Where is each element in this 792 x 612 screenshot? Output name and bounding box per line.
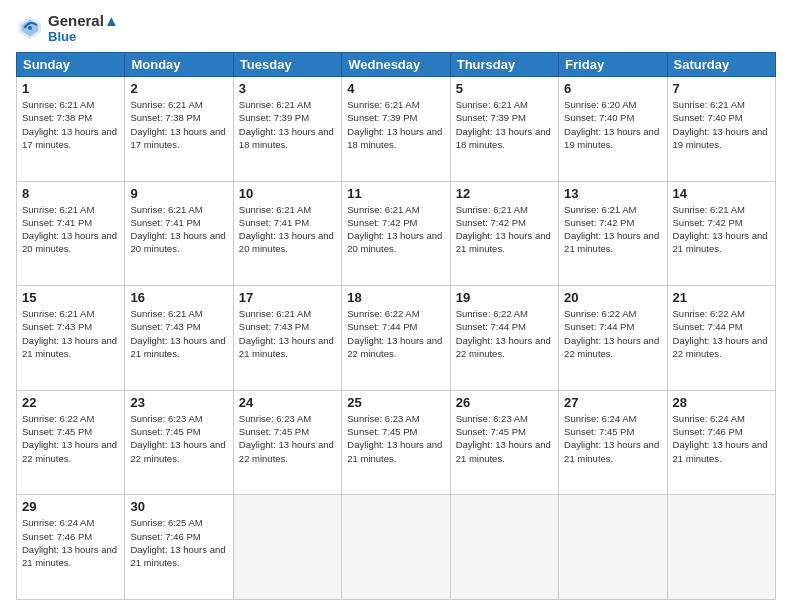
cell-sunset: Sunset: 7:39 PM xyxy=(239,112,309,123)
cell-sunset: Sunset: 7:46 PM xyxy=(130,531,200,542)
calendar-cell xyxy=(559,495,667,600)
cell-sunrise: Sunrise: 6:21 AM xyxy=(239,308,311,319)
day-number: 7 xyxy=(673,81,770,96)
day-number: 4 xyxy=(347,81,444,96)
cell-sunrise: Sunrise: 6:21 AM xyxy=(130,308,202,319)
cell-daylight: Daylight: 13 hours and 22 minutes. xyxy=(673,335,768,359)
calendar-week-row: 29 Sunrise: 6:24 AM Sunset: 7:46 PM Dayl… xyxy=(17,495,776,600)
cell-sunset: Sunset: 7:40 PM xyxy=(564,112,634,123)
calendar-cell xyxy=(450,495,558,600)
cell-sunset: Sunset: 7:42 PM xyxy=(456,217,526,228)
cell-sunrise: Sunrise: 6:24 AM xyxy=(673,413,745,424)
cell-daylight: Daylight: 13 hours and 21 minutes. xyxy=(456,439,551,463)
cell-sunrise: Sunrise: 6:21 AM xyxy=(239,99,311,110)
calendar-cell: 22 Sunrise: 6:22 AM Sunset: 7:45 PM Dayl… xyxy=(17,390,125,495)
cell-daylight: Daylight: 13 hours and 20 minutes. xyxy=(22,230,117,254)
calendar-week-row: 15 Sunrise: 6:21 AM Sunset: 7:43 PM Dayl… xyxy=(17,286,776,391)
calendar-header-row: SundayMondayTuesdayWednesdayThursdayFrid… xyxy=(17,53,776,77)
day-number: 3 xyxy=(239,81,336,96)
cell-daylight: Daylight: 13 hours and 17 minutes. xyxy=(22,126,117,150)
cell-sunrise: Sunrise: 6:23 AM xyxy=(239,413,311,424)
day-number: 28 xyxy=(673,395,770,410)
cell-sunset: Sunset: 7:40 PM xyxy=(673,112,743,123)
day-number: 10 xyxy=(239,186,336,201)
calendar-cell: 7 Sunrise: 6:21 AM Sunset: 7:40 PM Dayli… xyxy=(667,77,775,182)
calendar-cell: 18 Sunrise: 6:22 AM Sunset: 7:44 PM Dayl… xyxy=(342,286,450,391)
cell-sunset: Sunset: 7:44 PM xyxy=(347,321,417,332)
cell-sunset: Sunset: 7:39 PM xyxy=(347,112,417,123)
cell-sunrise: Sunrise: 6:21 AM xyxy=(347,99,419,110)
cell-daylight: Daylight: 13 hours and 18 minutes. xyxy=(456,126,551,150)
cell-sunrise: Sunrise: 6:21 AM xyxy=(347,204,419,215)
cell-sunrise: Sunrise: 6:23 AM xyxy=(130,413,202,424)
day-number: 8 xyxy=(22,186,119,201)
cell-sunset: Sunset: 7:44 PM xyxy=(673,321,743,332)
cell-sunrise: Sunrise: 6:21 AM xyxy=(564,204,636,215)
day-number: 6 xyxy=(564,81,661,96)
cell-daylight: Daylight: 13 hours and 21 minutes. xyxy=(564,230,659,254)
calendar-cell: 30 Sunrise: 6:25 AM Sunset: 7:46 PM Dayl… xyxy=(125,495,233,600)
cell-sunrise: Sunrise: 6:21 AM xyxy=(130,99,202,110)
calendar-day-header: Saturday xyxy=(667,53,775,77)
cell-sunrise: Sunrise: 6:22 AM xyxy=(564,308,636,319)
cell-daylight: Daylight: 13 hours and 21 minutes. xyxy=(673,230,768,254)
day-number: 18 xyxy=(347,290,444,305)
page: General▲ Blue SundayMondayTuesdayWednesd… xyxy=(0,0,792,612)
cell-daylight: Daylight: 13 hours and 21 minutes. xyxy=(130,544,225,568)
calendar-cell: 16 Sunrise: 6:21 AM Sunset: 7:43 PM Dayl… xyxy=(125,286,233,391)
cell-daylight: Daylight: 13 hours and 21 minutes. xyxy=(22,335,117,359)
cell-sunrise: Sunrise: 6:21 AM xyxy=(673,99,745,110)
cell-daylight: Daylight: 13 hours and 21 minutes. xyxy=(347,439,442,463)
logo: General▲ Blue xyxy=(16,12,119,44)
cell-daylight: Daylight: 13 hours and 21 minutes. xyxy=(130,335,225,359)
calendar-cell: 27 Sunrise: 6:24 AM Sunset: 7:45 PM Dayl… xyxy=(559,390,667,495)
calendar-cell: 1 Sunrise: 6:21 AM Sunset: 7:38 PM Dayli… xyxy=(17,77,125,182)
cell-sunset: Sunset: 7:43 PM xyxy=(130,321,200,332)
day-number: 17 xyxy=(239,290,336,305)
cell-daylight: Daylight: 13 hours and 20 minutes. xyxy=(130,230,225,254)
calendar-day-header: Friday xyxy=(559,53,667,77)
calendar-cell: 29 Sunrise: 6:24 AM Sunset: 7:46 PM Dayl… xyxy=(17,495,125,600)
day-number: 16 xyxy=(130,290,227,305)
day-number: 5 xyxy=(456,81,553,96)
day-number: 22 xyxy=(22,395,119,410)
calendar-cell: 24 Sunrise: 6:23 AM Sunset: 7:45 PM Dayl… xyxy=(233,390,341,495)
cell-sunset: Sunset: 7:45 PM xyxy=(130,426,200,437)
cell-sunrise: Sunrise: 6:21 AM xyxy=(239,204,311,215)
cell-daylight: Daylight: 13 hours and 19 minutes. xyxy=(564,126,659,150)
calendar-cell: 8 Sunrise: 6:21 AM Sunset: 7:41 PM Dayli… xyxy=(17,181,125,286)
calendar-cell: 10 Sunrise: 6:21 AM Sunset: 7:41 PM Dayl… xyxy=(233,181,341,286)
cell-sunrise: Sunrise: 6:22 AM xyxy=(673,308,745,319)
calendar-cell: 3 Sunrise: 6:21 AM Sunset: 7:39 PM Dayli… xyxy=(233,77,341,182)
cell-daylight: Daylight: 13 hours and 22 minutes. xyxy=(239,439,334,463)
cell-sunset: Sunset: 7:45 PM xyxy=(564,426,634,437)
calendar-cell: 19 Sunrise: 6:22 AM Sunset: 7:44 PM Dayl… xyxy=(450,286,558,391)
calendar-day-header: Thursday xyxy=(450,53,558,77)
cell-sunrise: Sunrise: 6:24 AM xyxy=(22,517,94,528)
calendar-cell: 9 Sunrise: 6:21 AM Sunset: 7:41 PM Dayli… xyxy=(125,181,233,286)
cell-daylight: Daylight: 13 hours and 21 minutes. xyxy=(564,439,659,463)
day-number: 20 xyxy=(564,290,661,305)
day-number: 23 xyxy=(130,395,227,410)
cell-sunrise: Sunrise: 6:21 AM xyxy=(22,204,94,215)
day-number: 9 xyxy=(130,186,227,201)
cell-sunset: Sunset: 7:46 PM xyxy=(22,531,92,542)
cell-sunset: Sunset: 7:45 PM xyxy=(347,426,417,437)
cell-daylight: Daylight: 13 hours and 22 minutes. xyxy=(347,335,442,359)
calendar-cell: 5 Sunrise: 6:21 AM Sunset: 7:39 PM Dayli… xyxy=(450,77,558,182)
cell-sunrise: Sunrise: 6:21 AM xyxy=(456,204,528,215)
calendar-cell xyxy=(233,495,341,600)
day-number: 29 xyxy=(22,499,119,514)
day-number: 26 xyxy=(456,395,553,410)
cell-sunset: Sunset: 7:45 PM xyxy=(456,426,526,437)
cell-sunrise: Sunrise: 6:21 AM xyxy=(456,99,528,110)
calendar-week-row: 1 Sunrise: 6:21 AM Sunset: 7:38 PM Dayli… xyxy=(17,77,776,182)
calendar-cell: 4 Sunrise: 6:21 AM Sunset: 7:39 PM Dayli… xyxy=(342,77,450,182)
cell-sunset: Sunset: 7:38 PM xyxy=(130,112,200,123)
cell-sunrise: Sunrise: 6:21 AM xyxy=(130,204,202,215)
day-number: 11 xyxy=(347,186,444,201)
day-number: 27 xyxy=(564,395,661,410)
cell-daylight: Daylight: 13 hours and 21 minutes. xyxy=(456,230,551,254)
calendar-cell xyxy=(342,495,450,600)
calendar-cell: 23 Sunrise: 6:23 AM Sunset: 7:45 PM Dayl… xyxy=(125,390,233,495)
